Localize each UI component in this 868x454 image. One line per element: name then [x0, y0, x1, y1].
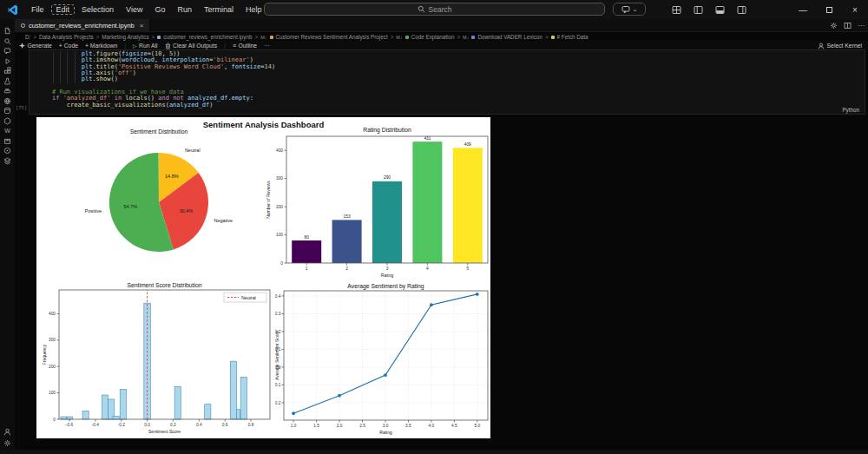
activity-settings-icon[interactable] — [0, 438, 15, 448]
menu-run[interactable]: Run — [172, 4, 197, 15]
tab-close-icon[interactable]: × — [140, 22, 144, 30]
bar-rating-3 — [372, 181, 402, 263]
activity-extensions-icon[interactable] — [0, 66, 15, 76]
chart-dot — [832, 24, 835, 27]
activity-run-and-debug-icon[interactable] — [0, 56, 15, 66]
chart-text: 30.4% — [180, 208, 194, 214]
outline-button[interactable]: ≡ Outline — [233, 43, 257, 49]
chart-text: 2.5 — [359, 424, 365, 428]
clear-outputs-button[interactable]: Clear All Outputs — [165, 43, 218, 49]
pie-chart-sentiment-distribution: Sentiment Distribution14.8%Neutral30.4%N… — [36, 124, 262, 280]
menu-file[interactable]: File — [26, 4, 49, 15]
breadcrumb-separator: > — [96, 34, 100, 40]
toggle-secondary-sidebar-icon[interactable] — [737, 5, 746, 15]
activity-docker-icon[interactable] — [0, 86, 15, 95]
chart-text: W — [4, 128, 10, 134]
menu-help[interactable]: Help — [240, 4, 267, 15]
notebook-file-icon — [157, 36, 161, 39]
chart-text: 0.8 — [248, 423, 254, 427]
activity-api-client-icon[interactable] — [0, 116, 15, 126]
chart-text: Sentiment Score — [148, 429, 181, 434]
activity-wandb-icon[interactable]: W — [0, 126, 15, 135]
language-picker[interactable]: Python — [842, 107, 859, 113]
chart-text: -0.6 — [66, 423, 74, 427]
notebook-file-icon — [21, 23, 25, 28]
chart-text: 200 — [276, 205, 283, 209]
more-actions-icon[interactable]: ⋯ — [858, 22, 865, 30]
chart-text: 1.5 — [313, 424, 319, 428]
customize-layout-icon[interactable] — [672, 5, 681, 15]
activity-account-icon[interactable] — [0, 427, 15, 437]
toggle-primary-sidebar-icon[interactable] — [694, 5, 703, 15]
minimize-button[interactable]: — — [790, 0, 816, 19]
chart-text: 431 — [424, 136, 431, 141]
chart-text: Average Sentiment Score — [275, 331, 279, 380]
trash-icon — [165, 43, 171, 49]
menu-edit[interactable]: Edit — [51, 4, 76, 15]
breadcrumb-item[interactable]: Customer Reviews Sentiment Analysis Proj… — [276, 34, 388, 40]
breadcrumb-separator: > — [152, 34, 155, 40]
breadcrumb-item[interactable]: Code Explanation — [411, 34, 455, 40]
activity-package-icon[interactable] — [0, 136, 15, 146]
hist-bar — [67, 417, 73, 419]
chart-rect — [8, 70, 10, 73]
chart-text: 54.7% — [124, 204, 138, 209]
chart-text: 0.3 — [275, 312, 281, 316]
chart-text: 4 — [426, 266, 429, 271]
chart-text: 290 — [384, 175, 391, 180]
chart-text: 1 — [306, 266, 308, 271]
breadcrumb-item[interactable]: customer_reviews_enrichment.ipynb — [163, 34, 252, 40]
activity-explorer-icon[interactable] — [0, 26, 15, 36]
code-editor[interactable]: plt.figure(figsize=(10, 5)) plt.imshow(w… — [52, 51, 275, 109]
chart-text: 3.5 — [405, 424, 411, 428]
settings-gear-icon[interactable] — [830, 22, 838, 30]
chart-dot — [5, 38, 10, 43]
copilot-button[interactable]: ⌄ — [613, 3, 646, 16]
activity-database-icon[interactable] — [0, 106, 15, 115]
chart-text: 300 — [276, 176, 283, 181]
chart-path — [4, 158, 10, 161]
activity-testing-icon[interactable] — [0, 76, 15, 86]
activity-search-icon[interactable] — [0, 36, 15, 46]
sparkle-icon — [19, 43, 25, 49]
chart-text: 0 — [280, 261, 283, 266]
breadcrumb-item[interactable]: Data Analysis Projects — [39, 34, 94, 40]
menu-selection[interactable]: Selection — [76, 4, 119, 15]
chart-text: 3 — [386, 266, 389, 271]
chart-text: 5 — [466, 266, 469, 271]
breadcrumb-item[interactable]: # Fetch Data — [557, 34, 589, 40]
menu-terminal[interactable]: Terminal — [199, 4, 239, 15]
generate-button[interactable]: Generate — [19, 43, 52, 49]
toolbar-more-icon[interactable]: ⋯ — [264, 43, 270, 49]
search-placeholder: Search — [429, 5, 452, 14]
activity-remote-icon[interactable] — [0, 96, 15, 106]
chart-text: 400 — [49, 312, 56, 316]
breadcrumb-separator: > — [457, 34, 460, 40]
chevron-down-icon: ⌄ — [633, 6, 638, 13]
split-editor-icon[interactable] — [844, 22, 852, 30]
run-all-label: Run All — [139, 43, 158, 49]
breadcrumb-item[interactable]: Download VADER Lexicon — [477, 34, 542, 40]
code-cell[interactable]: plt.figure(figsize=(10, 5)) plt.imshow(w… — [29, 49, 865, 115]
close-button[interactable]: × — [842, 0, 868, 19]
hist-bar — [102, 395, 108, 419]
maximize-button[interactable] — [816, 0, 842, 19]
add-markdown-button[interactable]: + Markdown — [85, 43, 117, 49]
toggle-panel-icon[interactable] — [715, 5, 725, 15]
breadcrumb-item[interactable]: Marketing Analytics — [102, 34, 148, 40]
bar-rating-4 — [412, 141, 442, 263]
activity-jupyter-icon[interactable] — [0, 146, 15, 155]
breadcrumb-separator: > — [254, 34, 258, 40]
copilot-chat-icon — [621, 5, 630, 14]
menu-go[interactable]: Go — [149, 4, 170, 15]
activity-layers-icon[interactable] — [0, 156, 15, 166]
breadcrumb-item[interactable]: D: — [25, 34, 30, 40]
add-code-button[interactable]: + Code — [59, 43, 78, 49]
chart-text: Rating — [381, 273, 394, 278]
menu-view[interactable]: View — [121, 4, 148, 15]
command-search-input[interactable]: Search — [264, 3, 605, 16]
run-all-button[interactable]: ▷ Run All — [133, 43, 158, 49]
tab-notebook[interactable]: customer_reviews_enrichment.ipynb × — [15, 19, 150, 32]
chart-text: 0.4 — [275, 294, 281, 299]
activity-chat-icon[interactable] — [0, 46, 15, 56]
